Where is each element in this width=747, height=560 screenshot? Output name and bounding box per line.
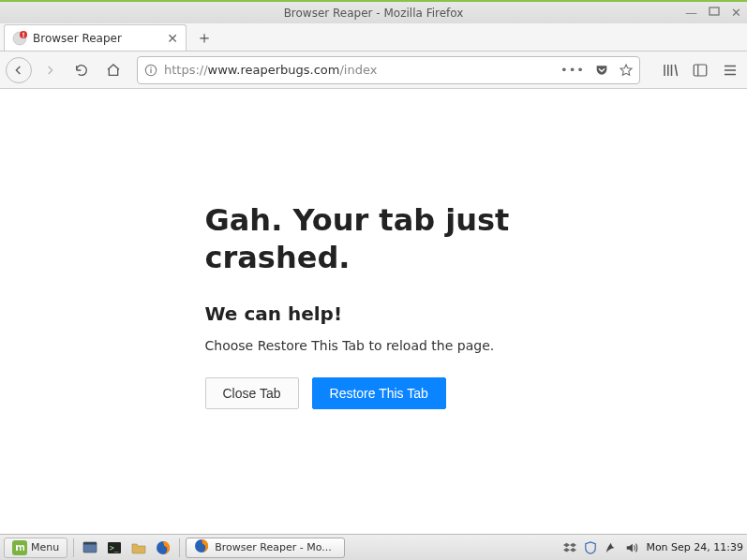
firefox-launcher-icon[interactable] (153, 538, 173, 558)
shield-tray-icon[interactable] (584, 541, 597, 554)
svg-rect-6 (150, 68, 151, 72)
nav-reload-button[interactable] (67, 56, 96, 84)
crash-heading: Gah. Your tab just crashed. (205, 201, 543, 276)
window-close-button[interactable]: ✕ (731, 6, 741, 20)
tab-active[interactable]: Browser Reaper ✕ (4, 24, 187, 51)
toolbar-right (659, 62, 741, 79)
svg-text:>_: >_ (110, 544, 119, 553)
tab-favicon-error-icon (12, 31, 27, 46)
window-titlebar: Browser Reaper - Mozilla Firefox — ✕ (0, 0, 747, 23)
crash-subheading: We can help! (205, 302, 543, 325)
window-maximize-button[interactable] (707, 4, 722, 22)
url-path: /index (339, 63, 377, 77)
url-host: www.reaperbugs.com (208, 63, 340, 77)
page-content: Gah. Your tab just crashed. We can help!… (0, 89, 747, 534)
desktop-taskbar: Menu >_ Browser Reaper - Mo... Mon Sep 2… (0, 534, 747, 560)
bookmark-star-icon[interactable] (619, 63, 634, 78)
updates-tray-icon[interactable] (605, 541, 618, 554)
crash-buttons: Close Tab Restore This Tab (205, 377, 543, 409)
svg-rect-4 (22, 36, 23, 37)
taskbar-clock[interactable]: Mon Sep 24, 11:39 (646, 541, 743, 553)
crash-message-box: Gah. Your tab just crashed. We can help!… (205, 201, 543, 534)
terminal-launcher-icon[interactable]: >_ (104, 538, 125, 558)
volume-tray-icon[interactable] (625, 541, 638, 554)
tab-title: Browser Reaper (33, 32, 122, 45)
nav-home-button[interactable] (99, 56, 127, 84)
page-actions-menu-icon[interactable]: ••• (560, 63, 585, 77)
url-scheme: https:// (164, 63, 208, 77)
mint-logo-icon (12, 540, 27, 555)
dropbox-tray-icon[interactable] (563, 541, 576, 554)
start-menu-label: Menu (31, 541, 59, 553)
start-menu-button[interactable]: Menu (4, 538, 67, 558)
close-tab-button[interactable]: Close Tab (205, 377, 299, 409)
pocket-icon[interactable] (594, 63, 609, 78)
site-info-icon[interactable] (143, 63, 158, 78)
svg-rect-0 (710, 7, 719, 15)
window-controls: — ✕ (685, 2, 741, 23)
svg-rect-3 (22, 32, 23, 35)
new-tab-button[interactable]: ＋ (190, 24, 218, 51)
taskbar-divider (73, 538, 74, 557)
task-firefox-icon (194, 538, 209, 556)
svg-rect-12 (83, 542, 97, 545)
url-page-actions: ••• (560, 63, 634, 78)
library-icon[interactable] (659, 62, 681, 79)
window-title: Browser Reaper - Mozilla Firefox (284, 7, 464, 20)
url-bar[interactable]: https://www.reaperbugs.com/index ••• (137, 56, 640, 84)
task-firefox-label: Browser Reaper - Mo... (215, 541, 331, 553)
nav-forward-button[interactable] (36, 56, 64, 84)
nav-back-button[interactable] (6, 57, 32, 83)
file-manager-launcher-icon[interactable] (128, 538, 149, 558)
sidebar-icon[interactable] (689, 62, 711, 79)
svg-rect-7 (150, 66, 151, 67)
taskbar-divider-2 (179, 538, 180, 557)
window-minimize-button[interactable]: — (685, 6, 697, 20)
show-desktop-icon[interactable] (80, 538, 100, 558)
hamburger-menu-icon[interactable] (719, 62, 741, 79)
restore-tab-button[interactable]: Restore This Tab (312, 377, 446, 409)
tab-strip: Browser Reaper ✕ ＋ (0, 23, 747, 52)
taskbar-task-firefox[interactable]: Browser Reaper - Mo... (186, 538, 345, 558)
url-text[interactable]: https://www.reaperbugs.com/index (164, 63, 555, 77)
system-tray: Mon Sep 24, 11:39 (563, 541, 743, 554)
crash-description: Choose Restore This Tab to reload the pa… (205, 338, 543, 353)
svg-rect-8 (694, 65, 707, 76)
browser-toolbar: https://www.reaperbugs.com/index ••• (0, 52, 747, 89)
tab-close-button[interactable]: ✕ (167, 31, 178, 46)
